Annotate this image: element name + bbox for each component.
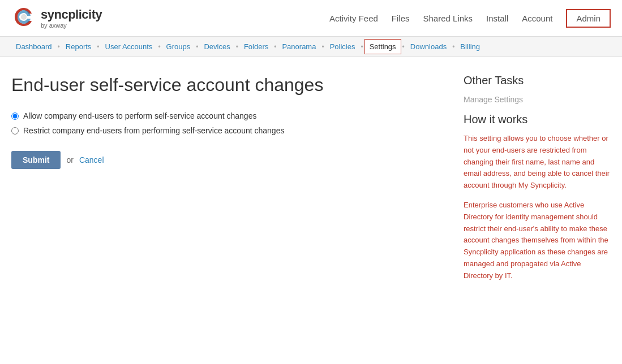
- header: syncplicity by axway Activity Feed Files…: [0, 0, 622, 37]
- logo-sub: by axway: [41, 22, 102, 29]
- logo-text: syncplicity by axway: [41, 7, 102, 29]
- content-area: End-user self-service account changes Al…: [0, 57, 622, 307]
- nav-admin[interactable]: Admin: [566, 9, 611, 28]
- radio-group: Allow company end-users to perform self-…: [11, 111, 441, 135]
- radio-allow[interactable]: [11, 112, 19, 120]
- subnav-folders[interactable]: Folders: [239, 37, 273, 57]
- main-nav: Activity Feed Files Shared Links Install…: [329, 9, 611, 28]
- sep-5: •: [235, 43, 239, 51]
- svg-point-0: [21, 14, 27, 20]
- subnav-groups[interactable]: Groups: [162, 37, 195, 57]
- sidebar: Other Tasks Manage Settings How it works…: [464, 74, 611, 290]
- other-tasks-title: Other Tasks: [464, 74, 611, 90]
- nav-activity-feed[interactable]: Activity Feed: [329, 14, 378, 23]
- sep-4: •: [195, 43, 199, 51]
- sep-3: •: [157, 43, 161, 51]
- radio-restrict-text: Restrict company end-users from performi…: [23, 126, 284, 135]
- sep-1: •: [57, 43, 61, 51]
- sep-8: •: [359, 43, 364, 51]
- manage-settings-link[interactable]: Manage Settings: [464, 95, 611, 104]
- sep-9: •: [401, 43, 406, 51]
- sub-nav: Dashboard • Reports • User Accounts • Gr…: [0, 37, 622, 57]
- logo-icon: [11, 6, 36, 31]
- subnav-user-accounts[interactable]: User Accounts: [101, 37, 157, 57]
- subnav-billing[interactable]: Billing: [456, 37, 484, 57]
- how-it-works-paragraph2: Enterprise customers who use Active Dire…: [464, 200, 611, 282]
- radio-allow-label[interactable]: Allow company end-users to perform self-…: [11, 111, 441, 120]
- nav-shared-links[interactable]: Shared Links: [423, 14, 473, 23]
- logo-area: syncplicity by axway: [11, 6, 102, 31]
- nav-install[interactable]: Install: [486, 14, 508, 23]
- form-actions: Submit or Cancel: [11, 151, 441, 169]
- how-it-works-paragraph1: This setting allows you to choose whethe…: [464, 133, 611, 192]
- subnav-panorama[interactable]: Panorama: [277, 37, 320, 57]
- cancel-link[interactable]: Cancel: [79, 155, 104, 164]
- subnav-reports[interactable]: Reports: [61, 37, 96, 57]
- radio-restrict-label[interactable]: Restrict company end-users from performi…: [11, 126, 441, 135]
- or-text: or: [66, 155, 73, 164]
- sep-10: •: [451, 43, 456, 51]
- subnav-policies[interactable]: Policies: [325, 37, 360, 57]
- subnav-downloads[interactable]: Downloads: [406, 37, 451, 57]
- sep-6: •: [273, 43, 277, 51]
- page-title: End-user self-service account changes: [11, 74, 441, 96]
- submit-button[interactable]: Submit: [11, 151, 61, 169]
- radio-allow-text: Allow company end-users to perform self-…: [23, 111, 256, 120]
- nav-account[interactable]: Account: [522, 14, 552, 23]
- main-content: End-user self-service account changes Al…: [11, 74, 441, 290]
- subnav-dashboard[interactable]: Dashboard: [11, 37, 57, 57]
- radio-restrict[interactable]: [11, 127, 19, 135]
- nav-files[interactable]: Files: [392, 14, 410, 23]
- how-it-works-title: How it works: [464, 113, 611, 126]
- logo-name: syncplicity: [41, 7, 102, 22]
- sep-7: •: [320, 43, 325, 51]
- subnav-devices[interactable]: Devices: [199, 37, 234, 57]
- sep-2: •: [96, 43, 100, 51]
- subnav-settings[interactable]: Settings: [364, 39, 401, 54]
